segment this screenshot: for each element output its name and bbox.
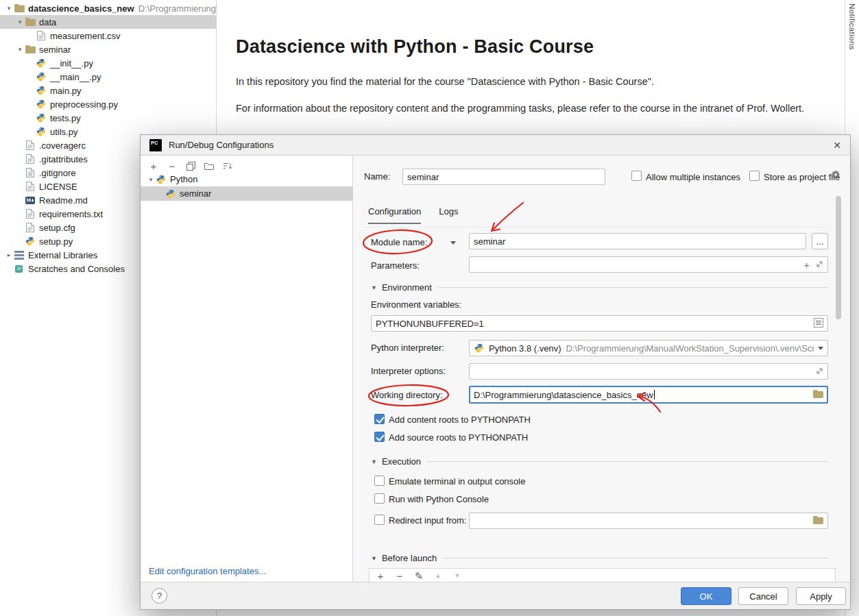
remove-task-icon[interactable]: −: [394, 570, 405, 581]
form-scrollbar[interactable]: [836, 196, 841, 319]
parameters-input[interactable]: +: [469, 256, 828, 273]
tree-item-data[interactable]: ▾data: [0, 15, 217, 29]
env-list-icon[interactable]: [814, 318, 823, 330]
sort-configurations-icon[interactable]: [222, 160, 233, 171]
chevron-down-icon[interactable]: ▾: [4, 5, 14, 12]
cancel-button[interactable]: Cancel: [738, 587, 788, 605]
ok-button[interactable]: OK: [681, 587, 731, 605]
redirect-input-label[interactable]: Redirect input from:: [389, 515, 466, 526]
run-python-console-checkbox[interactable]: [374, 493, 385, 504]
browse-module-button[interactable]: ...: [812, 233, 828, 249]
python-interpreter-select[interactable]: Python 3.8 (.venv) D:\Programmierung\Man…: [469, 340, 828, 356]
tab-logs[interactable]: Logs: [439, 206, 458, 224]
readme-paragraph: In this repository you find the material…: [236, 76, 654, 87]
move-into-folder-icon[interactable]: [204, 160, 215, 171]
environment-variables-value: PYTHONUNBUFFERED=1: [376, 319, 484, 329]
tree-item-label: .coveragerc: [39, 140, 86, 151]
file-icon: [25, 140, 36, 151]
move-up-icon[interactable]: ▲: [433, 570, 444, 581]
add-configuration-icon[interactable]: +: [148, 160, 159, 171]
folder-icon: [25, 16, 36, 27]
tree-item-measurement-csv[interactable]: measurement.csv: [0, 29, 217, 42]
chevron-down-icon[interactable]: ▾: [146, 176, 156, 183]
tab-configuration[interactable]: Configuration: [368, 206, 421, 224]
tree-item-main-py[interactable]: main.py: [0, 84, 217, 97]
before-launch-list: + − ✎ ▲ ▼: [369, 568, 836, 583]
tree-item-init-py[interactable]: __init__.py: [0, 56, 217, 70]
browse-folder-icon[interactable]: [813, 516, 823, 526]
store-as-project-file-checkbox[interactable]: [749, 171, 760, 181]
tree-item-preprocessing-py[interactable]: preprocessing.py: [0, 97, 217, 111]
add-task-icon[interactable]: +: [375, 570, 386, 581]
tree-item-label: Scratches and Consoles: [28, 264, 125, 274]
redirect-input-path-input[interactable]: [469, 513, 828, 529]
tree-item-label: .gitignore: [39, 168, 75, 178]
chevron-down-icon[interactable]: ▼: [371, 458, 377, 465]
working-directory-value: D:\Programmierung\datascience_basics_new: [474, 390, 653, 400]
python-icon: [36, 85, 47, 96]
help-button[interactable]: ?: [152, 588, 167, 604]
copy-configuration-icon[interactable]: [185, 160, 196, 171]
edit-task-icon[interactable]: ✎: [413, 570, 424, 581]
tree-item-label: Readme.md: [39, 195, 88, 206]
working-directory-input[interactable]: D:\Programmierung\datascience_basics_new: [469, 386, 828, 404]
remove-configuration-icon[interactable]: −: [167, 160, 178, 171]
tree-item-seminar[interactable]: ▾seminar: [0, 42, 217, 56]
tree-group-python[interactable]: ▾ Python: [141, 172, 352, 186]
name-label: Name:: [364, 171, 390, 182]
file-icon: [25, 222, 36, 233]
execution-section-header[interactable]: ▼ Execution: [371, 456, 828, 467]
redirect-input-checkbox[interactable]: [374, 515, 385, 525]
expand-field-icon[interactable]: [816, 260, 823, 270]
add-source-roots-checkbox[interactable]: [374, 432, 385, 442]
move-down-icon[interactable]: ▼: [452, 570, 463, 581]
before-launch-section-header[interactable]: ▼ Before launch: [371, 553, 828, 563]
interpreter-options-label: Interpreter options:: [371, 366, 446, 376]
tree-item-label: setup.py: [39, 236, 73, 247]
run-python-console-label[interactable]: Run with Python Console: [389, 494, 489, 504]
environment-variables-input[interactable]: PYTHONUNBUFFERED=1: [371, 315, 828, 332]
add-content-roots-label[interactable]: Add content roots to PYTHONPATH: [389, 415, 531, 425]
module-name-input[interactable]: seminar: [469, 233, 806, 249]
add-macro-icon[interactable]: +: [803, 259, 810, 271]
apply-button[interactable]: Apply: [796, 587, 846, 605]
python-icon: [36, 126, 47, 137]
emulate-terminal-checkbox[interactable]: [374, 476, 385, 486]
tree-item-tests-py[interactable]: tests.py: [0, 111, 217, 125]
dialog-titlebar[interactable]: PC Run/Debug Configurations ✕: [141, 135, 850, 156]
chevron-down-icon[interactable]: [818, 347, 823, 350]
chevron-down-icon[interactable]: ▼: [371, 555, 377, 562]
browse-folder-icon[interactable]: [813, 390, 823, 400]
tree-item-main-py[interactable]: __main__.py: [0, 70, 217, 84]
markdown-icon: [25, 195, 36, 206]
tree-item-datascience-basics-new[interactable]: ▾datascience_basics_newD:\Programmierung…: [0, 1, 217, 15]
add-content-roots-checkbox[interactable]: [374, 414, 385, 424]
chevron-down-icon[interactable]: ▾: [15, 19, 25, 25]
store-as-project-file-label[interactable]: Store as project file: [764, 172, 840, 182]
expand-field-icon[interactable]: [816, 367, 823, 377]
tree-item-seminar-config[interactable]: seminar: [141, 186, 352, 201]
before-launch-section-title: Before launch: [382, 553, 437, 563]
emulate-terminal-label[interactable]: Emulate terminal in output console: [389, 476, 525, 486]
chevron-down-icon[interactable]: ▾: [15, 46, 25, 53]
tree-item-label: data: [39, 17, 56, 27]
python-icon: [474, 343, 485, 354]
environment-section-header[interactable]: ▼ Environment: [371, 282, 828, 293]
name-input[interactable]: seminar: [402, 169, 605, 185]
allow-multiple-instances-checkbox[interactable]: [631, 171, 642, 181]
chevron-down-icon[interactable]: [450, 241, 456, 245]
python-icon: [36, 58, 47, 69]
allow-multiple-instances-label[interactable]: Allow multiple instances: [646, 172, 740, 182]
parameters-label: Parameters:: [371, 260, 420, 271]
tab-separator: [364, 227, 831, 227]
edit-configuration-templates-link[interactable]: Edit configuration templates...: [149, 566, 266, 576]
close-icon[interactable]: ✕: [833, 140, 841, 151]
chevron-right-icon[interactable]: ▸: [4, 251, 14, 258]
tree-item-label: setup.cfg: [39, 223, 75, 233]
chevron-down-icon[interactable]: ▼: [371, 284, 377, 291]
interpreter-options-input[interactable]: [469, 363, 828, 380]
section-rule: [443, 558, 828, 558]
environment-variables-label: Environment variables:: [371, 299, 461, 310]
gear-icon[interactable]: [831, 170, 840, 182]
add-source-roots-label[interactable]: Add source roots to PYTHONPATH: [389, 432, 528, 443]
